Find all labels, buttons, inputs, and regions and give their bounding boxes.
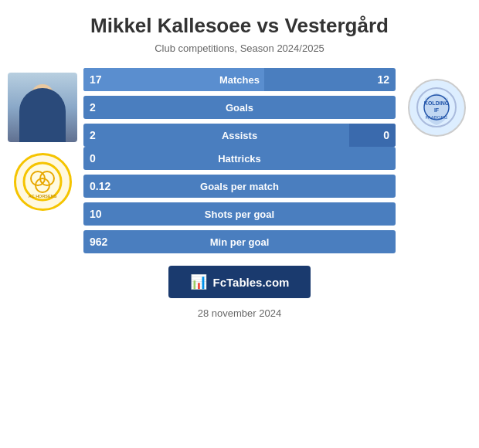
kolding-crest-svg: KOLDING IF FAABORG bbox=[416, 87, 457, 128]
stat-row-matches: 17 Matches 12 bbox=[83, 68, 396, 91]
goals-per-match-label: Goals per match bbox=[200, 181, 279, 192]
shots-per-goal-label: Shots per goal bbox=[205, 209, 274, 220]
assists-right-val: 0 bbox=[383, 129, 389, 141]
goals-left-val: 2 bbox=[90, 101, 96, 114]
matches-label: Matches bbox=[219, 74, 260, 86]
svg-text:AC HORSENS: AC HORSENS bbox=[29, 194, 57, 199]
svg-text:FAABORG: FAABORG bbox=[425, 115, 447, 120]
stat-row-hattricks: 0 Hattricks bbox=[83, 147, 396, 170]
top-section: 17 Matches 12 2 Goals 2 Assists 0 bbox=[8, 68, 471, 147]
club-logo-left: AC HORSENS bbox=[8, 147, 77, 216]
horsens-crest-svg: AC HORSENS bbox=[22, 161, 63, 202]
svg-text:KOLDING: KOLDING bbox=[424, 100, 450, 106]
svg-text:IF: IF bbox=[434, 107, 440, 113]
stat-row-assists: 2 Assists 0 bbox=[83, 124, 396, 147]
min-per-goal-left-val: 962 bbox=[90, 236, 107, 248]
kolding-logo: KOLDING IF FAABORG bbox=[408, 79, 466, 137]
stat-row-shots-per-goal: 10 Shots per goal bbox=[83, 202, 396, 226]
page-title: Mikkel Kallesoee vs Vestergård bbox=[90, 14, 389, 38]
fctables-badge[interactable]: 📊 FcTables.com bbox=[168, 266, 311, 298]
horsens-logo: AC HORSENS bbox=[14, 153, 72, 211]
fctables-label: FcTables.com bbox=[213, 276, 290, 289]
assists-label: Assists bbox=[222, 130, 257, 141]
stats-bars-top: 17 Matches 12 2 Goals 2 Assists 0 bbox=[83, 68, 396, 147]
stat-row-goals: 2 Goals bbox=[83, 96, 396, 119]
goals-per-match-left-val: 0.12 bbox=[90, 180, 110, 192]
club-logo-right: KOLDING IF FAABORG bbox=[402, 73, 471, 142]
player-silhouette bbox=[19, 88, 66, 142]
stat-row-goals-per-match: 0.12 Goals per match bbox=[83, 175, 396, 198]
stat-row-min-per-goal: 962 Min per goal bbox=[83, 230, 396, 253]
matches-right-val: 12 bbox=[377, 73, 389, 86]
hattricks-left-val: 0 bbox=[90, 152, 96, 165]
assists-left-val: 2 bbox=[90, 129, 96, 141]
shots-per-goal-left-val: 10 bbox=[90, 208, 102, 220]
player-photo-left bbox=[8, 73, 77, 142]
hattricks-label: Hattricks bbox=[218, 153, 261, 165]
page-container: Mikkel Kallesoee vs Vestergård Club comp… bbox=[0, 0, 479, 448]
goals-label: Goals bbox=[226, 102, 253, 114]
page-subtitle: Club competitions, Season 2024/2025 bbox=[155, 42, 324, 54]
stats-bars-bottom: 0 Hattricks 0.12 Goals per match 10 Shot… bbox=[83, 147, 396, 253]
matches-left-val: 17 bbox=[90, 73, 102, 86]
fctables-icon: 📊 bbox=[190, 273, 207, 290]
footer-date: 28 november 2024 bbox=[198, 307, 281, 319]
bottom-section: AC HORSENS 0 Hattricks 0.12 Goals per ma… bbox=[8, 147, 471, 253]
min-per-goal-label: Min per goal bbox=[210, 236, 270, 248]
